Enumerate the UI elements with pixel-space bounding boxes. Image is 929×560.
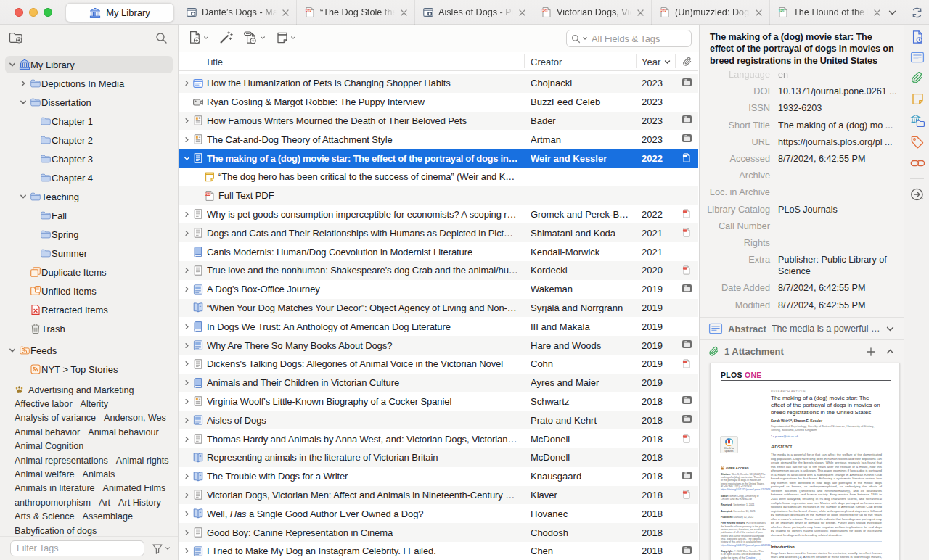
item-attachment-row[interactable]: PDFFull Text PDF [179,186,698,205]
item-row[interactable]: Why is pet goods consumption imperceptib… [179,205,698,224]
column-header-attachment[interactable] [682,52,692,71]
twisty-collapsed-icon[interactable] [184,118,190,124]
tag-analysis-of-variance[interactable]: Analysis of variance [15,413,96,423]
new-attachment-button[interactable] [243,30,266,44]
item-row[interactable]: Representing animals in the literature o… [179,448,698,467]
expand-abstract-icon[interactable] [885,324,895,334]
twisty-collapsed-icon[interactable] [184,211,190,218]
attachment-preview[interactable]: PLOS ONE RESEARCH ARTICLE The making of … [710,363,900,560]
collection-chapter-4[interactable]: Chapter 4 [0,168,178,187]
item-row[interactable]: Aisles of DogsPrato and Kehrt2018 [179,411,698,429]
reader-tab-1[interactable]: Dante’s Dogs - Manu [179,0,297,25]
twisty-expanded-icon[interactable] [20,99,27,106]
tag-alterity[interactable]: Alterity [81,399,109,409]
item-row[interactable]: A Dog's Box-Office JourneyWakeman2019 [179,280,698,299]
close-tab-icon[interactable] [873,9,882,17]
item-row[interactable]: Well, Has a Single Good Author Ever Owne… [179,504,698,523]
tag-animal-welfare[interactable]: Animal welfare [15,469,75,479]
new-collection-button[interactable] [9,31,23,44]
reader-tab-5[interactable]: PDF(Un)muzzled: Dogs i [652,0,770,25]
collection-nyt-top-stories[interactable]: NYT > Top Stories [0,360,178,379]
item-pane-tab-libraries[interactable] [909,113,925,129]
reader-tab-2[interactable]: PDF“The Dog Stole the B [297,0,415,25]
quick-search-input[interactable]: All Fields & Tags [566,30,692,47]
tab-my-library[interactable]: My Library [65,3,174,22]
new-item-button[interactable] [188,30,209,44]
tag-anthropomorphism[interactable]: anthropomorphism [15,498,91,508]
field-value[interactable]: 10.1371/journal.pone.0261 ... [778,86,896,97]
tag-animal-behaviour[interactable]: Animal behaviour [88,427,158,437]
tag-advertising-and-marketing[interactable]: Advertising and Marketing [15,385,134,395]
column-header-year[interactable]: Year [642,52,671,71]
item-pane-tab-locate[interactable] [909,186,925,202]
collection-my-library[interactable]: My Library [0,55,178,74]
close-tab-icon[interactable] [755,9,764,17]
field-value[interactable]: 1932-6203 [778,102,896,114]
collection-search-icon[interactable] [155,32,168,44]
reader-tab-6[interactable]: EPUBThe Hound of the Ba [770,0,888,25]
item-row[interactable]: Virginia Woolf's Little-Known Biography … [179,392,698,411]
list-all-tabs-button[interactable] [888,8,897,17]
twisty-collapsed-icon[interactable] [184,436,190,442]
item-pane-tab-notes[interactable] [909,91,925,107]
item-pane-tab-info[interactable] [909,29,925,45]
field-value[interactable]: 8/7/2024, 6:42:55 PM [778,153,896,165]
item-row[interactable]: Victorian Dogs, Victorian Men: Affect an… [179,486,698,505]
reader-tab-4[interactable]: PDFVictorian Dogs, Victo [533,0,652,25]
tag-babyfication-of-dogs[interactable]: Babyfication of dogs [15,526,97,536]
twisty-collapsed-icon[interactable] [184,492,190,498]
twisty-collapsed-icon[interactable] [184,324,190,330]
column-divider[interactable] [524,54,525,68]
new-note-button[interactable] [276,31,296,44]
item-row[interactable]: How Famous Writers Mourned the Death of … [179,112,698,131]
column-divider[interactable] [636,54,637,68]
item-pane-tab-related[interactable] [909,155,925,171]
twisty-collapsed-icon[interactable] [184,530,190,536]
twisty-collapsed-icon[interactable] [184,548,190,554]
twisty-collapsed-icon[interactable] [184,286,190,292]
twisty-collapsed-icon[interactable] [184,473,190,479]
column-divider[interactable] [675,54,676,68]
tag-animal-representations[interactable]: Animal representations [15,456,108,466]
collection-feeds[interactable]: Feeds [0,341,178,360]
tag-arts-science[interactable]: Arts & Science [15,511,75,522]
item-pane-tab-abstract[interactable] [909,49,925,65]
minimize-window-button[interactable] [29,8,38,17]
collection-dissertation[interactable]: Dissertation [0,93,178,112]
item-row[interactable]: The Trouble with Dogs for a WriterKnausg… [179,467,698,486]
twisty-collapsed-icon[interactable] [20,80,27,87]
zoom-window-button[interactable] [44,8,52,17]
tag-animals-in-literature[interactable]: Animals in literature [15,483,95,493]
item-pane-tab-tags[interactable] [909,134,925,150]
twisty-collapsed-icon[interactable] [184,267,190,273]
tag-animated-films[interactable]: Animated Films [103,483,166,493]
item-row[interactable]: True love and the nonhuman: Shakespeare'… [179,261,698,280]
collection-depictions-in-media[interactable]: Depictions In Media [0,74,178,93]
close-window-button[interactable] [15,8,23,17]
item-row[interactable]: Dogs and Cats and Their Relationships wi… [179,223,698,242]
twisty-expanded-icon[interactable] [9,61,16,68]
twisty-collapsed-icon[interactable] [184,379,190,386]
twisty-collapsed-icon[interactable] [184,136,190,143]
column-header-title[interactable]: Title [205,52,223,71]
twisty-collapsed-icon[interactable] [184,361,190,367]
item-row[interactable]: “When Your Dog Matches Your Decor”: Obje… [179,299,698,318]
close-tab-icon[interactable] [400,9,409,17]
close-tab-icon[interactable] [637,9,645,17]
tag-animal-behavior[interactable]: Animal behavior [15,427,80,437]
item-row[interactable]: Thomas Hardy and Animals by Anna West, a… [179,429,698,448]
filter-tags-input[interactable] [10,540,144,556]
collection-chapter-1[interactable]: Chapter 1 [0,112,178,131]
collection-duplicate-items[interactable]: Duplicate Items [0,263,178,281]
collection-chapter-3[interactable]: Chapter 3 [0,149,178,168]
abstract-section-header[interactable]: Abstract The media is a powerful force t… [700,318,904,339]
tag-affective-labor[interactable]: Affective labor [15,399,73,409]
item-row[interactable]: Canis Modernis: Human/Dog Coevolution in… [179,242,698,261]
add-attachment-icon[interactable] [866,347,876,357]
item-row[interactable]: Animals and Their Children in Victorian … [179,374,698,392]
field-value[interactable]: The making of a (dog) mo ... [778,120,896,131]
field-value[interactable]: https://journals.plos.org/pl ... [778,136,896,148]
collection-retracted-items[interactable]: Retracted Items [0,300,178,319]
item-attachment-row[interactable]: “The dog hero has been critical to the s… [179,168,698,186]
item-pane-tab-attachments[interactable] [909,70,925,86]
